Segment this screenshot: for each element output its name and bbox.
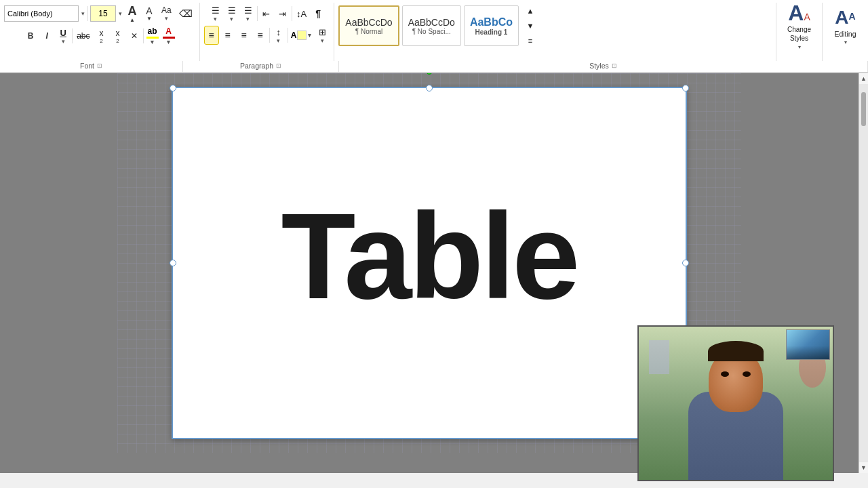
change-styles-group: A A Change Styles ▾ [776,3,823,61]
document-page[interactable]: Table [172,87,687,439]
styles-dialog-launcher[interactable]: ⊡ [612,62,617,69]
change-styles-button[interactable]: A A Change Styles ▾ [781,4,818,47]
ribbon-group-labels: Font ⊡ Paragraph ⊡ Styles ⊡ [0,61,868,73]
person [668,344,804,473]
paragraph-dialog-launcher[interactable]: ⊡ [276,62,281,69]
styles-group: AaBbCcDo ¶ Normal AaBbCcDo ¶ No Spaci...… [334,3,776,61]
scroll-up-button[interactable]: ▲ [859,73,868,84]
bold-button[interactable]: B [23,26,38,45]
underline-button[interactable]: U ▾ [56,26,71,45]
text-highlight-button[interactable]: ab ▾ [145,26,160,46]
font-name-input[interactable]: Calibri (Body) [4,5,79,22]
font-color-button[interactable]: A ▾ [161,26,176,46]
shading-button[interactable]: A ▾ [290,30,314,41]
align-right-button[interactable]: ≡ [237,26,252,45]
strikethrough-button[interactable]: abc [74,26,92,45]
webcam-thumbnail [786,329,830,360]
font-group-label: Font ⊡ [0,61,183,72]
styles-scroll-down[interactable]: ▼ [523,19,538,33]
change-case-button[interactable]: Aa▾ [159,4,174,23]
align-left-button[interactable]: ≡ [204,26,219,45]
page-content: Table [172,87,687,412]
shrink-font-button[interactable]: A▼ [142,4,157,23]
numbering-button[interactable]: ☰▾ [224,4,239,23]
font-size-input[interactable]: 15 [90,5,116,22]
editing-group: A A Editing ▾ [823,3,868,61]
styles-more[interactable]: ≡ [523,34,538,47]
style-heading1[interactable]: AaBbCo Heading 1 [464,5,519,46]
clear-char-format-button[interactable]: ✕ [127,26,142,45]
document-text: Table [281,195,578,317]
bullets-button[interactable]: ☰▾ [208,4,223,23]
styles-scroll-up[interactable]: ▲ [523,4,538,18]
ribbon: Calibri (Body) ▾ 15 ▾ A▲ A▼ Aa▾ ⌫ [0,0,868,73]
editing-label: Editing [834,30,856,38]
multilevel-button[interactable]: ☰▾ [241,4,256,23]
scroll-down-button[interactable]: ▼ [859,462,868,473]
font-size-dropdown[interactable]: ▾ [118,10,123,17]
superscript-button[interactable]: x2 [111,26,125,45]
font-group: Calibri (Body) ▾ 15 ▾ A▲ A▼ Aa▾ ⌫ [0,3,200,61]
clear-format-button[interactable]: ⌫ [176,4,195,23]
align-center-button[interactable]: ≡ [220,26,235,45]
background-object2 [649,340,669,374]
page-container: Table [172,87,687,439]
main-area: Table ▲ ▼ [0,73,868,473]
webcam-overlay [637,325,834,473]
editing-button[interactable]: A A Editing ▾ [827,4,864,47]
grow-font-button[interactable]: A▲ [125,4,140,23]
vertical-scrollbar[interactable]: ▲ ▼ [859,73,868,473]
font-name-dropdown[interactable]: ▾ [81,10,85,17]
borders-button[interactable]: ⊞▾ [315,26,330,45]
styles-group-label: Styles ⊡ [339,61,868,72]
change-styles-label: Change Styles [787,25,811,43]
decrease-indent-button[interactable]: ⇤ [259,4,274,23]
style-no-spacing[interactable]: AaBbCcDo ¶ No Spaci... [402,5,461,46]
increase-indent-button[interactable]: ⇥ [275,4,290,23]
paragraph-group: ☰▾ ☰▾ ☰▾ ⇤ ⇥ ↕A [200,3,335,61]
show-hide-button[interactable]: ¶ [311,4,326,23]
line-spacing-button[interactable]: ↕▾ [271,26,286,45]
paragraph-group-label: Paragraph ⊡ [183,61,339,72]
italic-button[interactable]: I [39,26,54,45]
style-normal[interactable]: AaBbCcDo ¶ Normal [338,5,399,46]
scroll-thumb[interactable] [861,92,866,126]
font-dialog-launcher[interactable]: ⊡ [97,62,102,69]
subscript-button[interactable]: x2 [94,26,109,45]
justify-button[interactable]: ≡ [253,26,268,45]
ribbon-groups: Calibri (Body) ▾ 15 ▾ A▲ A▼ Aa▾ ⌫ [0,3,868,61]
sort-button[interactable]: ↕A [294,4,309,23]
